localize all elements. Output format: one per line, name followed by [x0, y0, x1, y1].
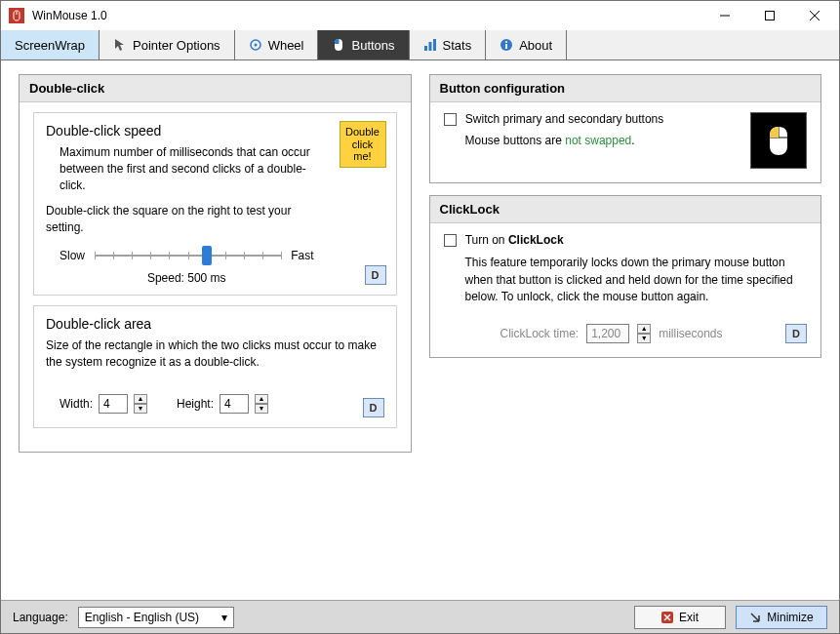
- swap-checkbox[interactable]: [444, 113, 457, 126]
- doubleclick-test-box[interactable]: Double click me!: [340, 121, 386, 168]
- minimize-label: Minimize: [767, 611, 813, 624]
- clicklock-desc: This feature temporarily locks down the …: [465, 255, 808, 305]
- window-title: WinMouse 1.0: [32, 9, 702, 22]
- panel-header: Button configuration: [430, 75, 821, 102]
- maximize-window-button[interactable]: [747, 1, 792, 30]
- fast-label: Fast: [291, 249, 313, 262]
- svg-rect-6: [424, 46, 427, 51]
- cl-time-up[interactable]: ▲: [637, 324, 651, 334]
- default-button-area[interactable]: D: [363, 398, 384, 417]
- clicklock-label: Turn on ClickLock: [465, 233, 564, 247]
- panel-header: Double-click: [20, 75, 411, 102]
- tab-pointer-options[interactable]: Pointer Options: [100, 30, 235, 59]
- doubleclick-speed-group: Double-click speed Maximum number of mil…: [33, 112, 397, 296]
- tab-label: Buttons: [351, 38, 394, 53]
- swap-buttons-row[interactable]: Switch primary and secondary buttons: [444, 112, 664, 126]
- swap-status: Mouse buttons are not swapped.: [465, 134, 741, 147]
- close-window-button[interactable]: [792, 1, 837, 30]
- bar-chart-icon: [423, 38, 437, 52]
- tab-wheel[interactable]: Wheel: [235, 30, 319, 59]
- clicklock-panel: ClickLock Turn on ClickLock This feature…: [429, 195, 822, 358]
- width-label: Width:: [60, 397, 93, 411]
- clicklock-time-stepper[interactable]: ▲▼: [637, 324, 651, 343]
- speed-slider-thumb[interactable]: [202, 246, 212, 265]
- speed-desc: Maximum number of milliseconds that can …: [60, 144, 328, 193]
- button-config-panel: Button configuration Switch primary and …: [429, 74, 822, 183]
- cursor-icon: [113, 38, 127, 52]
- height-label: Height:: [177, 397, 214, 411]
- content-area: Double-click Double-click speed Maximum …: [1, 60, 839, 600]
- exit-label: Exit: [679, 611, 699, 624]
- tab-label: About: [519, 38, 552, 53]
- tab-stats[interactable]: Stats: [410, 30, 487, 59]
- svg-rect-7: [428, 42, 431, 51]
- area-desc: Size of the rectangle in which the two c…: [46, 337, 384, 371]
- speed-slider-row: Slow Fast: [60, 246, 314, 265]
- width-up[interactable]: ▲: [134, 394, 147, 404]
- slow-label: Slow: [60, 249, 85, 262]
- default-button-clicklock[interactable]: D: [785, 324, 807, 343]
- svg-point-10: [505, 41, 507, 43]
- close-icon: [661, 612, 673, 623]
- width-stepper[interactable]: ▲▼: [134, 394, 147, 414]
- tab-label: Wheel: [268, 38, 304, 53]
- tab-about[interactable]: About: [486, 30, 567, 59]
- group-title: Double-click speed: [46, 123, 328, 139]
- width-input[interactable]: [99, 394, 128, 414]
- target-icon: [249, 38, 262, 52]
- clicklock-checkbox[interactable]: [444, 234, 457, 247]
- height-down[interactable]: ▼: [255, 404, 268, 414]
- default-button-speed[interactable]: D: [365, 265, 386, 285]
- minimize-arrow-icon: [749, 612, 761, 623]
- titlebar: WinMouse 1.0: [1, 1, 839, 30]
- svg-rect-1: [766, 12, 775, 20]
- language-value: English - English (US): [85, 611, 199, 624]
- tab-bar: ScreenWrap Pointer Options Wheel Buttons…: [1, 30, 839, 60]
- clicklock-time-unit: milliseconds: [659, 327, 722, 340]
- info-icon: [500, 38, 513, 52]
- height-stepper[interactable]: ▲▼: [255, 394, 268, 414]
- tab-screenwrap[interactable]: ScreenWrap: [1, 30, 100, 59]
- clicklock-toggle-row[interactable]: Turn on ClickLock: [444, 233, 564, 247]
- doubleclick-panel: Double-click Double-click speed Maximum …: [19, 74, 412, 453]
- app-icon: [9, 8, 24, 23]
- language-select[interactable]: English - English (US) ▾: [78, 607, 234, 628]
- exit-button[interactable]: Exit: [634, 606, 726, 629]
- mouse-icon: [332, 38, 345, 52]
- tab-buttons[interactable]: Buttons: [318, 30, 409, 59]
- footer-bar: Language: English - English (US) ▾ Exit …: [1, 600, 839, 633]
- svg-rect-11: [505, 44, 507, 49]
- height-up[interactable]: ▲: [255, 394, 268, 404]
- group-title: Double-click area: [46, 316, 384, 332]
- tab-label: ScreenWrap: [15, 38, 85, 53]
- chevron-down-icon: ▾: [221, 611, 227, 624]
- minimize-window-button[interactable]: [702, 1, 747, 30]
- speed-slider[interactable]: [95, 246, 281, 265]
- left-column: Double-click Double-click speed Maximum …: [19, 74, 412, 586]
- cl-time-down[interactable]: ▼: [637, 334, 651, 343]
- speed-readout: Speed: 500 ms: [46, 271, 328, 285]
- speed-test-hint: Double-click the square on the right to …: [46, 203, 328, 236]
- tab-label: Pointer Options: [133, 38, 220, 53]
- language-label: Language:: [13, 611, 68, 624]
- svg-rect-8: [433, 39, 436, 51]
- minimize-button[interactable]: Minimize: [736, 606, 827, 629]
- tab-label: Stats: [443, 38, 472, 53]
- right-column: Button configuration Switch primary and …: [429, 74, 822, 586]
- clicklock-time-label: ClickLock time:: [500, 327, 580, 340]
- doubleclick-area-group: Double-click area Size of the rectangle …: [33, 305, 397, 428]
- width-down[interactable]: ▼: [134, 404, 147, 414]
- clicklock-time-input[interactable]: [586, 324, 629, 343]
- panel-header: ClickLock: [430, 196, 821, 223]
- height-input[interactable]: [220, 394, 249, 414]
- mouse-graphic: [750, 112, 807, 169]
- svg-point-5: [254, 44, 257, 47]
- swap-label: Switch primary and secondary buttons: [465, 112, 663, 126]
